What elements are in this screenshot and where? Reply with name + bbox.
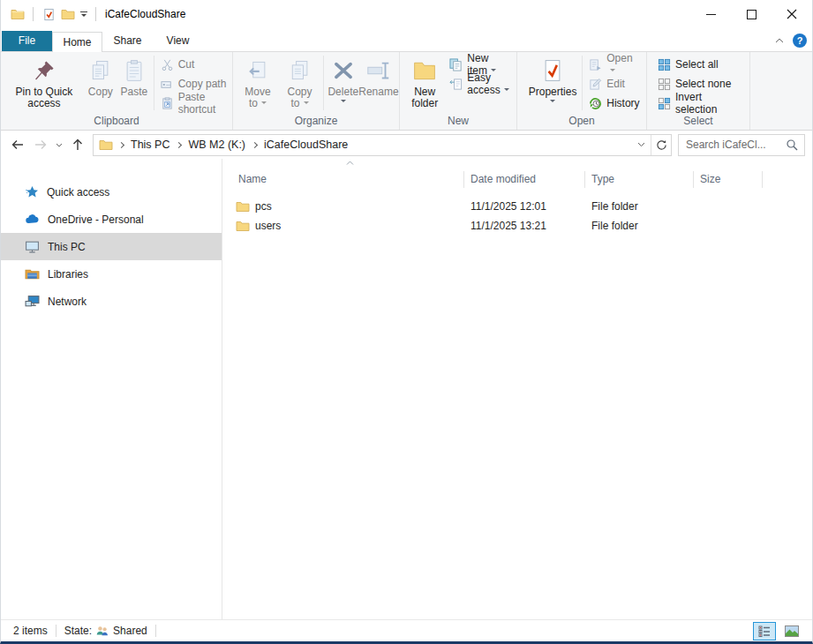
delete-button[interactable]: Delete	[327, 54, 360, 105]
collapse-ribbon-icon[interactable]	[775, 38, 784, 43]
this-pc-monitor-icon	[25, 239, 40, 254]
ribbon-group-organize: Move to Copy to Delete	[233, 52, 400, 130]
select-all-button[interactable]: Select all	[654, 55, 748, 74]
rename-button[interactable]: Rename	[360, 54, 397, 98]
sidebar-item-label: Quick access	[47, 186, 109, 198]
group-label-select: Select	[647, 114, 749, 130]
address-bar[interactable]: This PC WB M2 (K:) iCafeCloudShare	[93, 134, 672, 156]
recent-locations-icon[interactable]	[52, 133, 66, 156]
button-label: Move to	[239, 86, 276, 109]
breadcrumb-chevron-icon	[118, 141, 124, 147]
tab-share[interactable]: Share	[102, 31, 153, 51]
file-row[interactable]: pcs 11/1/2025 12:01 File folder	[222, 197, 812, 215]
folder-icon	[236, 219, 250, 233]
properties-button[interactable]: Properties	[526, 54, 579, 105]
dropdown-arrow-icon	[550, 100, 555, 105]
button-label: Select none	[675, 78, 731, 90]
column-header-size[interactable]: Size	[694, 171, 763, 188]
select-all-icon	[658, 58, 671, 71]
breadcrumb-this-pc[interactable]: This PC	[126, 139, 174, 151]
button-label: New folder	[406, 86, 443, 109]
minimize-button[interactable]	[690, 0, 731, 28]
forward-button[interactable]	[29, 133, 52, 156]
file-row[interactable]: users 11/1/2025 13:21 File folder	[222, 216, 812, 235]
group-label-organize: Organize	[233, 114, 399, 130]
button-label: Edit	[606, 78, 625, 90]
new-folder-button[interactable]: New folder	[403, 54, 446, 109]
open-button[interactable]: Open	[585, 55, 644, 74]
maximize-button[interactable]	[731, 0, 772, 28]
new-folder-icon	[410, 56, 439, 85]
back-button[interactable]	[6, 133, 29, 156]
qat-customize-icon[interactable]	[78, 11, 90, 19]
sidebar-item-network[interactable]: Network	[1, 288, 222, 315]
status-bar: 2 items State: Shared	[1, 619, 812, 641]
details-view-button[interactable]	[753, 622, 776, 640]
history-button[interactable]: History	[585, 94, 644, 113]
qat-new-folder-icon[interactable]	[58, 4, 78, 25]
close-button[interactable]	[772, 0, 812, 28]
new-item-icon	[449, 58, 463, 71]
breadcrumb-drive[interactable]: WB M2 (K:)	[184, 139, 250, 151]
button-label: Open	[606, 52, 641, 77]
window-folder-icon[interactable]	[8, 4, 27, 25]
column-header-type[interactable]: Type	[585, 171, 694, 188]
copy-button[interactable]: Copy	[84, 54, 117, 98]
file-type: File folder	[585, 200, 694, 213]
edit-button[interactable]: Edit	[585, 74, 644, 94]
address-dropdown-icon[interactable]	[631, 135, 651, 155]
quick-access-star-icon	[25, 185, 39, 199]
sidebar-item-label: OneDrive - Personal	[48, 213, 144, 226]
title-bar: iCafeCloudShare	[1, 0, 812, 28]
paste-button[interactable]: Paste	[117, 54, 151, 98]
tab-view[interactable]: View	[153, 31, 203, 51]
breadcrumb-current-folder[interactable]: iCafeCloudShare	[260, 139, 352, 151]
paste-icon	[120, 56, 148, 85]
thumbnails-view-button[interactable]	[780, 622, 803, 640]
column-header-date-modified[interactable]: Date modified	[464, 171, 585, 188]
sidebar-item-this-pc[interactable]: This PC	[1, 233, 222, 260]
group-label-clipboard: Clipboard	[1, 114, 232, 130]
easy-access-icon	[449, 78, 463, 91]
open-icon	[589, 58, 602, 71]
easy-access-button[interactable]: Easy access	[446, 74, 515, 94]
divider	[582, 56, 583, 110]
sidebar-item-quick-access[interactable]: Quick access	[1, 178, 222, 206]
button-label: Copy	[88, 86, 113, 98]
qat-properties-icon[interactable]	[39, 4, 58, 25]
ribbon-group-clipboard: Pin to Quick access Copy Paste	[1, 52, 233, 130]
divider	[95, 7, 96, 21]
help-icon[interactable]: ?	[793, 34, 807, 48]
divider	[56, 625, 56, 637]
breadcrumb-chevron-icon	[252, 141, 258, 147]
tab-file[interactable]: File	[2, 31, 52, 51]
refresh-button[interactable]	[651, 135, 671, 155]
up-button[interactable]	[66, 133, 89, 156]
network-icon	[25, 294, 40, 309]
invert-selection-button[interactable]: Invert selection	[654, 94, 748, 113]
ribbon: Pin to Quick access Copy Paste	[1, 51, 812, 131]
column-headers: Name Date modified Type Size	[222, 169, 812, 189]
copy-icon	[87, 56, 115, 85]
pin-to-quick-access-button[interactable]: Pin to Quick access	[4, 54, 84, 109]
sidebar-item-libraries[interactable]: Libraries	[1, 260, 222, 288]
libraries-icon	[25, 266, 40, 281]
button-label: Copy to	[282, 86, 318, 109]
paste-shortcut-button[interactable]: Paste shortcut	[157, 94, 230, 113]
tab-home[interactable]: Home	[52, 32, 102, 52]
button-label: Select all	[675, 58, 719, 71]
copy-to-button[interactable]: Copy to	[279, 54, 320, 109]
search-input[interactable]	[679, 139, 784, 151]
sidebar-item-onedrive[interactable]: OneDrive - Personal	[1, 206, 222, 233]
button-label: Invert selection	[675, 91, 744, 116]
cut-button[interactable]: Cut	[157, 55, 230, 74]
pin-icon	[30, 56, 58, 85]
edit-icon	[589, 78, 602, 91]
column-header-name[interactable]: Name	[232, 171, 464, 188]
move-to-button[interactable]: Move to	[237, 54, 279, 109]
button-label: Properties	[529, 86, 577, 98]
search-icon[interactable]	[784, 139, 804, 151]
button-label: Easy access	[467, 71, 511, 96]
file-name: users	[255, 220, 281, 232]
file-name: pcs	[255, 200, 272, 213]
